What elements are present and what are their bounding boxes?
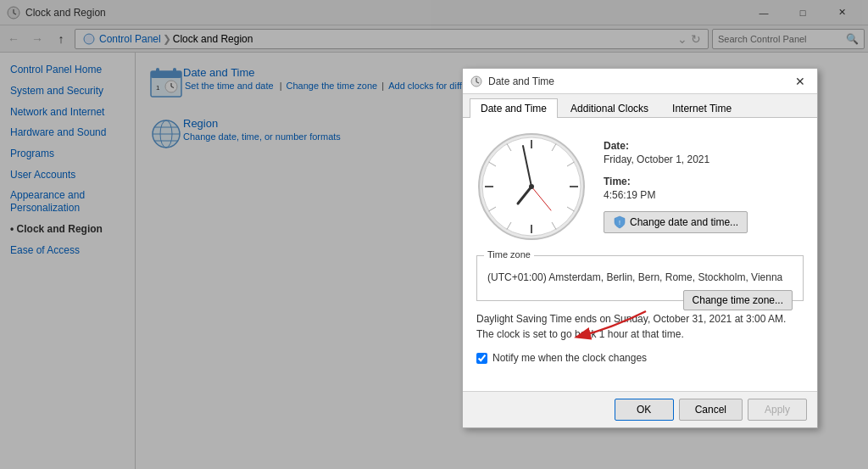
- tab-internet-time[interactable]: Internet Time: [661, 98, 743, 118]
- timezone-section: Time zone (UTC+01:00) Amsterdam, Berlin,…: [476, 255, 804, 301]
- tab-date-and-time[interactable]: Date and Time: [470, 98, 558, 118]
- dst-note: Daylight Saving Time ends on Sunday, Oct…: [476, 311, 804, 342]
- svg-text:!: !: [619, 220, 620, 226]
- timezone-value: (UTC+01:00) Amsterdam, Berlin, Bern, Rom…: [487, 271, 782, 283]
- notify-checkbox[interactable]: [476, 353, 487, 364]
- dialog-titlebar: Date and Time ✕: [463, 69, 817, 94]
- dialog-content: Date: Friday, October 1, 2021 Time: 4:56…: [463, 118, 817, 391]
- analog-clock: [476, 131, 587, 242]
- time-label: Time:: [604, 176, 748, 187]
- modal-overlay: Date and Time ✕ Date and Time Additional…: [0, 0, 868, 469]
- dialog-title: Date and Time: [488, 75, 790, 87]
- apply-button[interactable]: Apply: [748, 399, 807, 421]
- time-value: 4:56:19 PM: [604, 189, 748, 201]
- clock-section: Date: Friday, October 1, 2021 Time: 4:56…: [476, 131, 804, 242]
- change-date-time-button[interactable]: ! Change date and time...: [604, 211, 748, 233]
- shield-icon: !: [613, 215, 626, 229]
- notify-checkbox-row: Notify me when the clock changes: [476, 352, 804, 364]
- date-time-dialog: Date and Time ✕ Date and Time Additional…: [462, 68, 818, 428]
- tab-additional-clocks[interactable]: Additional Clocks: [559, 98, 659, 118]
- dialog-tabs: Date and Time Additional Clocks Internet…: [463, 94, 817, 118]
- timezone-label: Time zone: [484, 249, 534, 260]
- dialog-title-icon: [470, 75, 483, 88]
- cancel-button[interactable]: Cancel: [679, 399, 743, 421]
- notify-label[interactable]: Notify me when the clock changes: [492, 352, 647, 364]
- date-value: Friday, October 1, 2021: [604, 154, 748, 165]
- change-timezone-button[interactable]: Change time zone...: [683, 290, 793, 310]
- date-label: Date:: [604, 140, 748, 152]
- dialog-footer: OK Cancel Apply: [463, 391, 817, 427]
- dialog-close-button[interactable]: ✕: [790, 71, 810, 92]
- svg-point-37: [529, 184, 534, 189]
- ok-button[interactable]: OK: [615, 399, 674, 421]
- clock-info: Date: Friday, October 1, 2021 Time: 4:56…: [604, 131, 748, 233]
